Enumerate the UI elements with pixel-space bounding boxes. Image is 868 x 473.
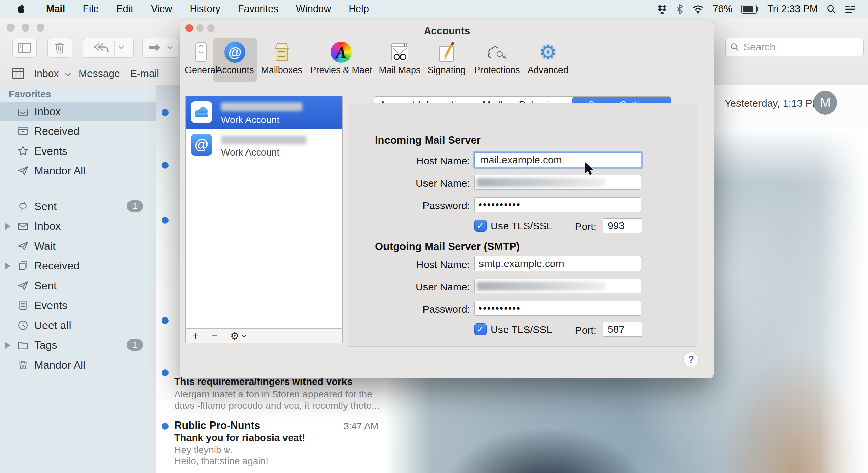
- account-row-selected[interactable]: Work Account: [186, 96, 342, 129]
- incoming-host-input[interactable]: mail.example.com: [474, 152, 641, 167]
- spotlight-search-icon[interactable]: [827, 4, 836, 14]
- sidebar-item-wait[interactable]: Wait: [0, 236, 156, 256]
- outgoing-password-input[interactable]: ••••••••••: [474, 301, 641, 316]
- outgoing-user-input[interactable]: [474, 279, 641, 293]
- notification-center-icon[interactable]: [845, 5, 856, 14]
- add-account-button[interactable]: +: [186, 329, 205, 343]
- apple-logo-icon: [16, 4, 25, 14]
- close-button[interactable]: [7, 24, 15, 32]
- sidebar-item-mandor-all-2[interactable]: Mandor All: [0, 355, 156, 375]
- minimize-button[interactable]: [22, 24, 29, 32]
- sidebar-item-inbox[interactable]: Inbox: [0, 102, 156, 121]
- email-view-label[interactable]: E-mail: [130, 68, 159, 79]
- outgoing-host-input[interactable]: smtp.example.com: [474, 256, 641, 271]
- incoming-user-input[interactable]: [474, 175, 641, 190]
- sender-avatar: M: [813, 91, 837, 115]
- sidebar-item-inbox-2[interactable]: Inbox: [0, 216, 156, 236]
- inbox-tray-icon: [17, 105, 29, 118]
- zoom-button[interactable]: [37, 24, 44, 32]
- at-account-icon: @: [191, 134, 212, 156]
- account-actions-button[interactable]: ⚙: [224, 329, 253, 343]
- menu-item-favorites[interactable]: Favorites: [238, 3, 278, 15]
- fonts-colors-icon: A: [330, 41, 352, 63]
- icloud-account-icon: [191, 101, 212, 123]
- menu-item-history[interactable]: History: [190, 3, 220, 15]
- sidebar-toggle-button[interactable]: [12, 38, 37, 58]
- mailbox-selector[interactable]: Inbox: [34, 68, 71, 79]
- incoming-port-label: Port:: [533, 221, 596, 232]
- incoming-tls-checkbox[interactable]: ✓: [474, 220, 487, 232]
- incoming-port-input[interactable]: 993: [603, 218, 642, 233]
- sidebar-item-events[interactable]: Events: [0, 141, 156, 161]
- sidebar-item-received[interactable]: Received: [0, 121, 156, 141]
- trash-icon: [54, 41, 65, 54]
- sidebar-item-tags[interactable]: Tags 1: [0, 335, 156, 355]
- outgoing-port-label: Port:: [533, 325, 596, 336]
- account-list-buttonbar: + − ⚙: [186, 328, 342, 343]
- disclosure-triangle-icon[interactable]: [5, 223, 11, 230]
- battery-icon: [741, 5, 758, 14]
- text-caret: [479, 155, 479, 165]
- menu-item-mail[interactable]: Mail: [46, 3, 65, 15]
- bluetooth-icon[interactable]: [676, 4, 684, 14]
- documents-icon: [17, 260, 29, 272]
- disclosure-triangle-icon[interactable]: [5, 342, 11, 349]
- menu-item-help[interactable]: Help: [349, 3, 369, 15]
- redacted-username: [477, 282, 606, 291]
- sidebar-item-sent[interactable]: Sent 1: [0, 197, 156, 216]
- clock-icon: [17, 319, 29, 331]
- help-button[interactable]: ?: [683, 352, 699, 367]
- chevron-down-icon: [167, 45, 173, 50]
- list-item-sender: Rublic Pro-Nunts: [174, 419, 260, 432]
- outgoing-port-input[interactable]: 587: [603, 322, 642, 337]
- list-item-subject: Thank you for riabosia veat!: [174, 432, 305, 444]
- list-item-time: 3:47 AM: [322, 421, 378, 432]
- reply-all-button[interactable]: [83, 38, 134, 58]
- menu-item-window[interactable]: Window: [296, 3, 331, 15]
- outgoing-user-label: User Name:: [389, 281, 470, 293]
- outgoing-tls-checkbox[interactable]: ✓: [474, 323, 487, 335]
- disclosure-triangle-icon[interactable]: [5, 263, 11, 269]
- message-view-label[interactable]: Message: [79, 68, 120, 79]
- apple-menu-icon[interactable]: [16, 4, 25, 14]
- account-subtitle: Work Account: [221, 147, 279, 158]
- sidebar-item-sent-2[interactable]: Sent: [0, 276, 156, 295]
- toolbar-divider: [180, 83, 714, 83]
- sidebar-item-received-2[interactable]: Received: [0, 256, 156, 275]
- star-icon: [17, 145, 29, 157]
- remove-account-button[interactable]: −: [205, 329, 224, 343]
- sidebar-item-events-2[interactable]: Events: [0, 295, 156, 315]
- unread-dot: [162, 317, 169, 324]
- list-divider: [174, 417, 387, 417]
- unread-dot: [162, 162, 169, 169]
- incoming-heading: Incoming Mail Server: [375, 134, 481, 146]
- paper-plane-icon: [17, 280, 29, 292]
- incoming-password-input[interactable]: ••••••••••: [474, 197, 641, 212]
- search-icon: [730, 43, 739, 52]
- menu-item-edit[interactable]: Edit: [116, 3, 133, 15]
- sidebar-item-ueet-all[interactable]: Ueet all: [0, 315, 156, 335]
- paper-plane-icon: [17, 165, 29, 177]
- menu-item-view[interactable]: View: [151, 3, 172, 15]
- outgoing-host-label: Host Name:: [389, 259, 470, 270]
- menu-clock[interactable]: Tri 2:33 PM: [767, 3, 818, 15]
- grid-view-icon[interactable]: [12, 68, 24, 79]
- advanced-gear-icon: ⚙: [537, 41, 559, 63]
- message-date: Yesteterday, 1:13 PM: [725, 98, 821, 109]
- sidebar-item-mandor-all[interactable]: Mandor All: [0, 161, 156, 181]
- document-icon: [17, 299, 29, 311]
- search-input[interactable]: Search: [725, 38, 864, 56]
- list-divider: [174, 470, 387, 470]
- paper-plane-icon: [17, 240, 29, 252]
- account-row[interactable]: @ Work Account: [186, 129, 342, 161]
- menu-bar: Mail File Edit View History Favorites Wi…: [0, 0, 868, 18]
- account-list: Work Account @ Work Account + − ⚙: [185, 96, 343, 343]
- delete-button[interactable]: [47, 38, 72, 58]
- forward-button[interactable]: [142, 38, 178, 58]
- menu-item-file[interactable]: File: [83, 3, 99, 15]
- wifi-icon[interactable]: [692, 4, 704, 14]
- trash-icon: [17, 359, 29, 371]
- general-icon: [190, 41, 212, 63]
- chevron-down-icon: [64, 72, 71, 77]
- dropbox-icon[interactable]: [657, 4, 667, 14]
